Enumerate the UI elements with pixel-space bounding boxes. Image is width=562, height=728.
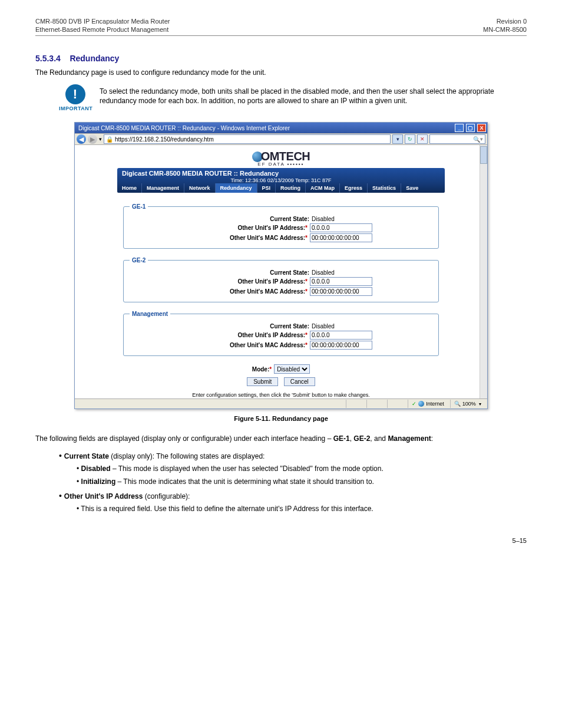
stop-button[interactable]: ✕ [417,134,428,144]
tab-save[interactable]: Save [401,183,423,193]
window-close-button[interactable]: X [477,124,486,132]
page-header-title: Digicast CMR-8500 MEDIA ROUTER :: Redund… [122,170,279,177]
window-maximize-button[interactable]: ▢ [466,124,475,132]
ge1-ip-label: Other Unit's IP Address:* [190,225,308,231]
ge2-ip-label: Other Unit's IP Address:* [190,278,308,285]
mgmt-ip-input[interactable] [310,331,372,340]
ge2-state-label: Current State: [191,269,309,276]
legend-ge-2: GE-2 [130,257,148,263]
page-header-time: Time: 12:36:06 02/13/2009 Temp: 31C 87F [122,177,440,183]
fieldset-management: Management Current State: Disabled Other… [123,311,439,356]
figure-caption: Figure 5-11. Redundancy page [35,415,527,422]
nav-back-button[interactable]: ◀ [77,134,86,144]
address-url: https://192.168.2.150/redundancy.htm [115,136,214,143]
tab-acm-map[interactable]: ACM Map [306,183,340,193]
tab-network[interactable]: Network [184,183,216,193]
tab-egress[interactable]: Egress [340,183,368,193]
ge2-state-value: Disabled [312,269,371,276]
search-icon: 🔍 [473,136,480,143]
ge2-ip-input[interactable] [310,277,372,286]
sub-initializing: Initializing – This mode indicates that … [77,477,527,486]
ge1-state-value: Disabled [312,216,371,222]
mgmt-mac-input[interactable] [310,341,372,350]
fieldset-ge-1: GE-1 Current State: Disabled Other Unit'… [123,203,439,249]
tab-psi[interactable]: PSI [257,183,276,193]
legend-ge-1: GE-1 [130,203,148,210]
tab-redundancy[interactable]: Redundancy [216,183,257,193]
refresh-button[interactable]: ↻ [405,134,415,144]
ge1-ip-input[interactable] [310,223,372,232]
cancel-button[interactable]: Cancel [284,377,315,386]
window-minimize-button[interactable]: _ [455,124,464,132]
mgmt-state-value: Disabled [312,323,371,330]
bullet-other-ip: Other Unit's IP Address (configurable): … [59,490,527,513]
after-paragraph: The following fields are displayed (disp… [35,434,527,443]
status-internet: Internet [426,401,444,407]
important-text: To select the redundancy mode, both unit… [100,84,527,106]
tab-statistics[interactable]: Statistics [368,183,401,193]
window-title: Digicast CMR-8500 MEDIA ROUTER :: Redund… [78,125,290,131]
bullet-current-state: Current State (display only): The follow… [59,450,527,486]
section-number: 5.5.3.4 [35,54,61,63]
mode-label: Mode:* [252,366,272,373]
logo: OMTECH EF DATA ▪▪▪▪▪▪ [75,145,487,168]
legend-management: Management [130,311,170,317]
submit-button[interactable]: Submit [247,377,278,386]
window-titlebar: Digicast CMR-8500 MEDIA ROUTER :: Redund… [75,123,487,133]
status-bar: ✓Internet 🔍100% ▾ [75,398,487,409]
mgmt-state-label: Current State: [191,323,309,330]
mgmt-mac-label: Other Unit's MAC Address:* [190,342,308,348]
status-zoom: 100% [462,401,476,407]
tab-row: Home Management Network Redundancy PSI R… [117,183,445,193]
sub-disabled: Disabled – This mode is displayed when t… [77,464,527,473]
tab-routing[interactable]: Routing [276,183,306,193]
mode-select[interactable]: Disabled [274,364,310,374]
doc-title-1: CMR-8500 DVB IP Encapsulator Media Route… [35,18,170,25]
doc-num: MN-CMR-8500 [483,26,527,33]
ge2-mac-input[interactable] [310,287,372,296]
browser-window: Digicast CMR-8500 MEDIA ROUTER :: Redund… [74,122,488,409]
important-icon: ! IMPORTANT [59,84,91,111]
doc-rev: Revision 0 [497,18,527,25]
addr-dropdown[interactable]: ▾ [392,134,403,144]
page-header-bar: Digicast CMR-8500 MEDIA ROUTER :: Redund… [117,168,445,183]
internet-icon [418,401,424,407]
doc-title-2: Ethernet-Based Remote Product Management [35,26,168,33]
footer-page-number: 5–15 [513,537,527,544]
ge1-mac-input[interactable] [310,233,372,242]
tab-home[interactable]: Home [117,183,142,193]
ge2-mac-label: Other Unit's MAC Address:* [190,288,308,295]
hint-line-1: Enter configuration settings, then click… [122,392,440,398]
section-title: Redundancy [70,54,119,63]
zoom-icon: 🔍 [454,401,461,407]
scrollbar[interactable] [480,145,487,398]
fieldset-ge-2: GE-2 Current State: Disabled Other Unit'… [123,257,439,302]
nav-forward-button[interactable]: ▶ [88,134,97,144]
address-bar[interactable]: 🔒 https://192.168.2.150/redundancy.htm [104,134,391,144]
ge1-state-label: Current State: [191,216,309,222]
intro-paragraph: The Redundancy page is used to configure… [35,68,527,77]
search-box[interactable]: 🔍▾ [429,134,485,144]
ge1-mac-label: Other Unit's MAC Address:* [190,235,308,241]
mgmt-ip-label: Other Unit's IP Address:* [190,332,308,338]
sub-other-ip-desc: This is a required field. Use this field… [77,504,527,513]
tab-management[interactable]: Management [142,183,184,193]
